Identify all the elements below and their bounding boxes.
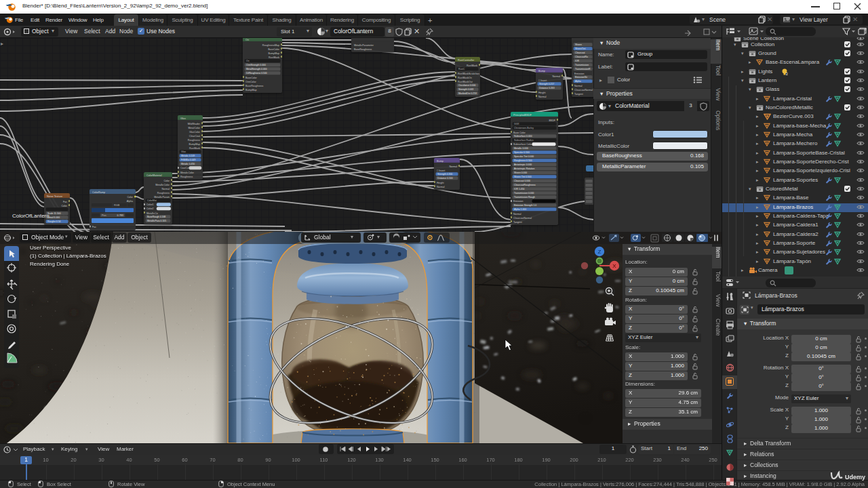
svg-text:ClearcoatNormal: ClearcoatNormal [574,89,593,92]
svg-text:MetalicColor: MetalicColor [180,171,195,174]
svg-text:RustMaskScratches: RustMaskScratches [458,73,479,75]
svg-text:RustC: RustC [458,68,465,70]
svg-text:Subsurface 0.000: Subsurface 0.000 [514,135,532,138]
svg-text:Ori: Ori [245,39,249,41]
svg-text:Normal: Normal [513,213,521,216]
svg-text:Alpha: Alpha [127,200,133,203]
svg-text:Fac: Fac [92,226,96,228]
svg-text:RustMask: RustMask [269,56,279,59]
svg-text:0.783: 0.783 [117,214,123,217]
svg-text:Color2: Color2 [146,207,154,210]
svg-text:Normal: Normal [552,75,560,78]
svg-text:Scale 11.500: Scale 11.500 [47,212,61,215]
svg-text:CoatColor: CoatColor [180,167,192,169]
svg-text:Emission: Emission [513,200,524,203]
svg-text:Strength 0.063: Strength 0.063 [458,88,473,91]
svg-text:Udemy: Udemy [845,474,865,481]
svg-text:RustMask: RustMask [189,147,200,150]
svg-text:Clearcoat 0.000: Clearcoat 0.000 [514,180,530,182]
svg-text:PrincipledBSDF: PrincipledBSDF [513,114,532,117]
svg-text:Christensen-Burley: Christensen-Burley [514,127,534,129]
svg-text:Roughness: Roughness [157,192,170,195]
svg-text:Color: Color [163,180,170,182]
svg-text:Emission: Emission [574,73,585,75]
svg-text:Emission Strength 1.0: Emission Strength 1.0 [514,204,536,207]
svg-text:MetalStrength 0.000: MetalStrength 0.000 [246,68,267,70]
svg-text:Sheen 0.000: Sheen 0.000 [514,171,527,174]
svg-text:ClearcoatRoughness: ClearcoatRoughness [514,184,536,186]
svg-text:GGX: GGX [514,123,519,125]
svg-text:Subsurface Radius: Subsurface Radius [514,139,534,142]
svg-text:BaseColor: BaseColor [268,48,280,51]
svg-text:RustController: RustController [458,59,475,62]
svg-text:FrBrMix 0.049: FrBrMix 0.049 [181,159,195,161]
svg-text:SheenTint: SheenTint [575,47,585,50]
svg-text:MetallicPara 0.105: MetallicPara 0.105 [147,220,166,222]
svg-text:Fac: Fac [63,201,67,203]
svg-text:Glas: Glas [180,117,186,120]
svg-text:ColorMaterial: ColorMaterial [146,174,162,177]
svg-text:Metalic 0.450: Metalic 0.450 [181,163,195,165]
svg-text:Sheen Tint 0.500: Sheen Tint 0.500 [514,176,532,178]
svg-text:Anisotropic Rotation: Anisotropic Rotation [514,167,534,170]
svg-text:ClearcoatNormal: ClearcoatNormal [513,217,532,220]
svg-text:IOR 1.450: IOR 1.450 [514,188,525,190]
svg-text:□ Invert: □ Invert [538,79,547,82]
svg-text:MetallicParam: MetallicParam [154,196,170,199]
svg-text:Distance 0.263: Distance 0.263 [539,87,555,89]
svg-text:Roughness 0.500: Roughness 0.500 [514,159,532,162]
svg-text:Transmission 0.000: Transmission 0.000 [514,192,534,195]
svg-text:ColorMat: ColorMat [147,199,157,202]
svg-text:Metalic 0.109: Metalic 0.109 [181,155,195,157]
svg-text:Tangent: Tangent [574,93,583,96]
svg-text:Noise Texture: Noise Texture [47,195,62,198]
svg-text:Normal: Normal [538,96,547,98]
svg-text:Color: Color [61,205,67,207]
svg-text:ClearcoatRo: ClearcoatRo [575,56,588,58]
svg-text:BumpMap: BumpMap [269,52,279,55]
svg-text:Specular Tint 0.000: Specular Tint 0.000 [514,155,534,158]
svg-text:BumpMap: BumpMap [189,143,200,146]
svg-text:Strength 0.217: Strength 0.217 [539,83,554,85]
svg-text:Distance 0.100: Distance 0.100 [437,177,453,180]
svg-text:Roughness: Roughness [180,176,193,178]
svg-text:Ori: Ori [246,60,250,62]
svg-text:X: X [612,263,616,269]
svg-text:DifRoughness 0.500: DifRoughness 0.500 [246,72,267,75]
svg-text:Normal: Normal [161,188,170,190]
svg-text:MetallicCo: MetallicCo [146,212,158,215]
svg-text:Height: Height [538,92,545,94]
svg-text:GlasColor: GlasColor [189,131,201,134]
svg-text:Roughn 0.54: Roughn 0.54 [47,220,61,223]
svg-text:Sheen: Sheen [575,43,582,46]
svg-text:Transmission Rough: Transmission Rough [514,196,535,199]
svg-text:RustMask: RustMask [467,64,477,67]
svg-text:Color: Color [127,196,133,199]
svg-text:Transmission: Transmission [575,64,589,66]
svg-text:Alpha 1.000: Alpha 1.000 [514,208,526,211]
svg-text:BaseRoughness: BaseRoughness [354,48,372,51]
svg-text:Specular 0.500: Specular 0.500 [514,151,530,154]
svg-text:OrmStrength 0.000: OrmStrength 0.000 [246,64,266,66]
svg-text:Anisotropic 0.000: Anisotropic 0.000 [514,163,532,166]
svg-text:RGB: RGB [114,204,120,207]
svg-text:Normal: Normal [437,186,445,188]
svg-text:Clearcoat: Clearcoat [575,52,585,54]
svg-text:MetalColor: MetalColor [189,127,201,129]
svg-text:BSDF: BSDF [549,119,555,122]
svg-text:Metallic 0.000: Metallic 0.000 [514,147,528,150]
svg-text:Roughness: Roughness [188,139,200,142]
svg-text:Height: Height [437,182,443,184]
svg-text:Occulance 0.000: Occulance 0.000 [458,84,476,87]
svg-text:Z: Z [598,249,601,255]
svg-text:Subsurface Color: Subsurface Color [513,143,533,146]
svg-text:MildShader: MildShader [188,123,201,125]
svg-text:Pos: Pos [102,214,106,217]
svg-text:Base Color: Base Color [513,131,526,134]
svg-text:MetallicParameter: MetallicParameter [354,44,374,47]
svg-text:BaseRoughness: BaseRoughness [245,85,264,87]
svg-text:Tangent: Tangent [513,221,522,224]
svg-text:EmissionStr: EmissionStr [575,76,588,79]
svg-text:Bump: Bump [437,160,443,163]
svg-text:Normal: Normal [574,85,583,87]
